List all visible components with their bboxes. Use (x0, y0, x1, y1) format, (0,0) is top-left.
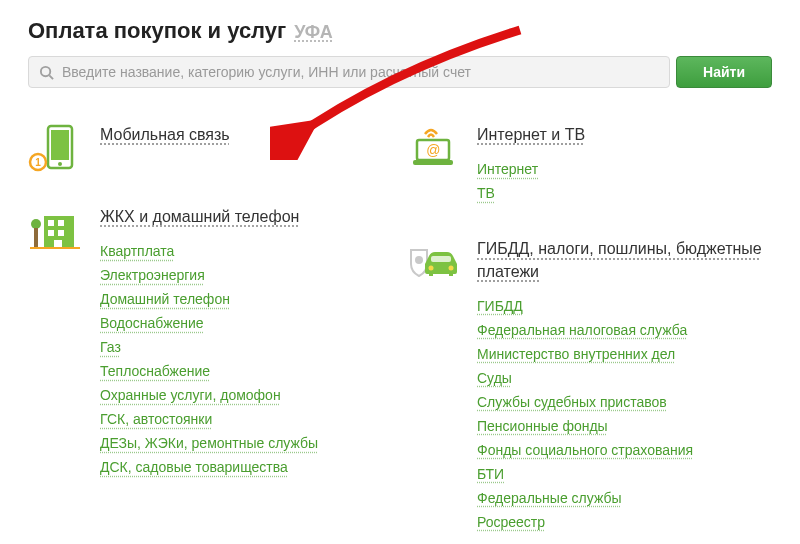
link-electro[interactable]: Электроэнергия (100, 267, 205, 283)
svg-rect-14 (34, 228, 38, 248)
svg-rect-9 (58, 220, 64, 226)
svg-line-1 (49, 75, 53, 79)
link-gibdd[interactable]: ГИБДД (477, 298, 523, 314)
link-internet[interactable]: Интернет (477, 161, 538, 177)
link-water[interactable]: Водоснабжение (100, 315, 204, 331)
link-pristav[interactable]: Службы судебных приставов (477, 394, 667, 410)
zhkh-links: Квартплата Электроэнергия Домашний телеф… (100, 242, 395, 476)
gibdd-links: ГИБДД Федеральная налоговая служба Минис… (477, 297, 772, 531)
mobile-phone-icon: 1 (28, 124, 84, 176)
search-button[interactable]: Найти (676, 56, 772, 88)
link-dez[interactable]: ДЕЗы, ЖЭКи, ремонтные службы (100, 435, 318, 451)
category-zhkh[interactable]: ЖКХ и домашний телефон (100, 206, 299, 228)
link-mvd[interactable]: Министерство внутренних дел (477, 346, 675, 362)
link-social[interactable]: Фонды социального страхования (477, 442, 693, 458)
category-gibdd[interactable]: ГИБДД, налоги, пошлины, бюджетные платеж… (477, 238, 772, 283)
link-dsk[interactable]: ДСК, садовые товарищества (100, 459, 288, 475)
svg-point-4 (58, 162, 62, 166)
svg-point-22 (449, 266, 454, 271)
link-gas[interactable]: Газ (100, 339, 121, 355)
link-bti[interactable]: БТИ (477, 466, 504, 482)
link-heat[interactable]: Теплоснабжение (100, 363, 210, 379)
category-mobile[interactable]: Мобильная связь (100, 124, 230, 146)
search-icon (39, 65, 54, 80)
car-shield-icon (405, 238, 461, 537)
svg-rect-11 (58, 230, 64, 236)
search-input[interactable] (62, 64, 659, 80)
link-tv[interactable]: ТВ (477, 185, 495, 201)
svg-text:@: @ (426, 142, 440, 158)
link-pension[interactable]: Пенсионные фонды (477, 418, 608, 434)
svg-rect-10 (48, 230, 54, 236)
svg-rect-17 (413, 160, 453, 165)
svg-point-0 (41, 66, 50, 75)
svg-rect-20 (431, 256, 451, 262)
link-home-phone[interactable]: Домашний телефон (100, 291, 230, 307)
laptop-wifi-icon: @ (405, 124, 461, 208)
svg-point-21 (429, 266, 434, 271)
link-rosreestr[interactable]: Росреестр (477, 514, 545, 530)
svg-rect-3 (51, 130, 69, 160)
link-kvartplata[interactable]: Квартплата (100, 243, 174, 259)
search-box[interactable] (28, 56, 670, 88)
house-icon (28, 206, 84, 482)
svg-rect-12 (54, 240, 62, 248)
svg-rect-8 (48, 220, 54, 226)
svg-point-13 (31, 219, 41, 229)
city-link[interactable]: УФА (294, 22, 332, 43)
page-title: Оплата покупок и услуг (28, 18, 286, 44)
link-federal[interactable]: Федеральные службы (477, 490, 622, 506)
link-courts[interactable]: Суды (477, 370, 512, 386)
internet-links: Интернет ТВ (477, 160, 772, 202)
link-fns[interactable]: Федеральная налоговая служба (477, 322, 687, 338)
svg-point-19 (415, 256, 423, 264)
svg-text:1: 1 (35, 157, 41, 168)
category-internet[interactable]: Интернет и ТВ (477, 124, 585, 146)
link-security[interactable]: Охранные услуги, домофон (100, 387, 281, 403)
link-gsk[interactable]: ГСК, автостоянки (100, 411, 212, 427)
